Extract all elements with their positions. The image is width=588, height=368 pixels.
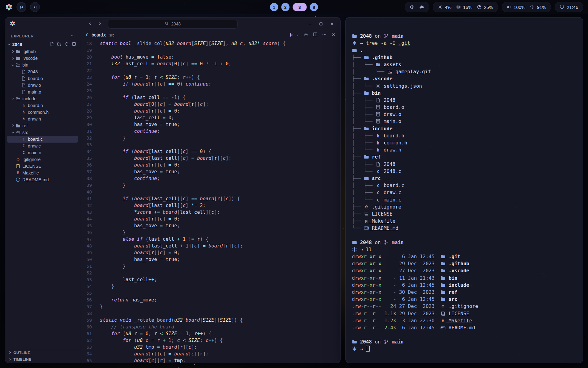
explorer-item-draw.h[interactable]: hdraw.h xyxy=(7,116,78,122)
project-root-item[interactable]: 2048 xyxy=(5,41,80,48)
book-icon xyxy=(364,211,369,217)
explorer-item-Makefile[interactable]: MMakefile xyxy=(7,170,78,176)
run-dropdown-icon[interactable] xyxy=(298,32,299,38)
explorer-item-bin[interactable]: bin xyxy=(7,62,78,68)
chevright-icon xyxy=(11,123,15,128)
run-button[interactable] xyxy=(289,33,294,37)
explorer-item-ref[interactable]: ref xyxy=(7,122,78,129)
chevdown-icon xyxy=(7,42,11,46)
refresh-explorer-button[interactable] xyxy=(64,42,69,47)
workspace-3[interactable]: 3 xyxy=(293,3,307,11)
media-next-button[interactable] xyxy=(30,2,40,12)
terminal-line: drwxr-xr-x - 30 Dec 2023 ref xyxy=(352,289,577,296)
terminal-line: ├── .gitignore xyxy=(352,203,577,210)
binary-icon xyxy=(375,119,381,124)
code-line: 64 board[r][c] = board[c][r]; xyxy=(80,351,340,357)
wifi-stat: 91% xyxy=(530,5,546,10)
command-center-search[interactable]: 2048 xyxy=(108,20,238,29)
explorer-item-README.md[interactable]: README.md xyxy=(7,176,78,183)
settings-gear-icon[interactable] xyxy=(303,32,308,38)
close-editor-button[interactable] xyxy=(331,32,336,38)
project-root-label: 2048 xyxy=(12,42,22,47)
explorer-item-include[interactable]: include xyxy=(7,95,78,102)
branch-icon xyxy=(384,339,389,344)
git-icon xyxy=(440,304,446,309)
maximize-button[interactable] xyxy=(317,20,325,28)
split-editor-button[interactable] xyxy=(313,32,318,38)
gauge-icon xyxy=(477,5,482,10)
code-line: 48 board[last_cell + 1][c] = board[r][c]… xyxy=(80,243,340,249)
workspace-8[interactable]: 8 xyxy=(310,3,318,11)
cfile-icon: C xyxy=(375,168,381,175)
nav-back-button[interactable] xyxy=(88,21,92,27)
newfile-icon xyxy=(50,42,54,46)
vscode-titlebar[interactable]: 2048 xyxy=(5,17,340,30)
cfile-icon: C xyxy=(375,182,381,190)
chevright-icon xyxy=(8,357,12,361)
line-number: 36 xyxy=(80,162,92,168)
explorer-item-draw.c[interactable]: Cdraw.c xyxy=(7,143,78,149)
explorer-item-common.h[interactable]: hcommon.h xyxy=(7,109,78,116)
terminal-line xyxy=(352,232,577,239)
launcher-flake-icon[interactable] xyxy=(5,3,13,11)
chevright-icon xyxy=(11,56,15,61)
explorer-item-board.c[interactable]: Cboard.c xyxy=(7,136,78,143)
workspace-1[interactable]: 1 xyxy=(270,3,278,11)
workspace-2[interactable]: 2 xyxy=(281,3,290,11)
medianext-icon xyxy=(33,5,37,10)
timeline-section[interactable]: TIMELINE xyxy=(5,356,80,363)
close-button[interactable] xyxy=(328,20,336,28)
explorer-item-2048[interactable]: 2048 xyxy=(7,68,78,75)
make-icon: M xyxy=(16,171,21,175)
outline-section[interactable]: OUTLINE xyxy=(5,349,80,356)
file-icon xyxy=(21,76,26,81)
new-folder-button[interactable] xyxy=(57,42,62,47)
search-value: 2048 xyxy=(171,21,181,26)
more-actions-button[interactable] xyxy=(322,32,327,38)
explorer-item-.gitignore[interactable]: .gitignore xyxy=(7,156,78,163)
chevdown-icon xyxy=(11,63,15,67)
folderopen-icon xyxy=(16,96,21,101)
image-icon xyxy=(387,69,393,74)
line-number: 20 xyxy=(80,54,92,60)
line-number: 51 xyxy=(80,263,92,270)
terminal-line: ├── M Makefile xyxy=(352,217,577,224)
terminal-line: ├── bin xyxy=(352,90,577,97)
folder-icon xyxy=(440,282,446,288)
audio-network-widget[interactable]: 100%91% xyxy=(502,2,551,12)
explorer-item-LICENSE[interactable]: LICENSE xyxy=(7,163,78,170)
minimize-button[interactable] xyxy=(306,20,314,28)
nav-forward-button[interactable] xyxy=(97,21,102,27)
terminal-window[interactable]: 2048 on main → tree -a -I .git .├── .git… xyxy=(345,17,583,363)
code-line: 51 } xyxy=(80,263,340,270)
ellipsis-icon xyxy=(70,33,75,38)
terminal-line: drwxr-xr-x - 6 Jan 12:45 src xyxy=(352,296,577,303)
terminal-line: ├── src xyxy=(352,175,577,182)
idle-weather-widget[interactable] xyxy=(405,2,429,12)
code-editor[interactable]: 18static bool _slide_col(u32 board[SIZE]… xyxy=(80,40,340,363)
line-number: 41 xyxy=(80,195,92,202)
editor-tab-board-c[interactable]: C board.c src xyxy=(85,33,115,37)
code-line: 61 for (u8 r = 0; r < SIZE - 1; r++) { xyxy=(80,330,340,337)
explorer-item-src[interactable]: src xyxy=(7,129,78,136)
explorer-item-.vscode[interactable]: .vscode xyxy=(7,55,78,62)
explorer-item-draw.o[interactable]: draw.o xyxy=(7,82,78,89)
arrowright-icon xyxy=(97,21,102,26)
folder-icon xyxy=(352,240,357,245)
explorer-more-icon[interactable] xyxy=(70,33,75,39)
explorer-item-main.c[interactable]: Cmain.c xyxy=(7,149,78,156)
explorer-item-.github[interactable]: .github xyxy=(7,48,78,55)
terminal-line: ├── .vscode xyxy=(352,75,577,82)
explorer-item-main.o[interactable]: main.o xyxy=(7,89,78,95)
terminal-line: │ └── C 2048.c xyxy=(352,168,577,175)
code-line: 41 if (board[last_cell][c] == board[r][c… xyxy=(80,195,340,202)
media-previous-button[interactable] xyxy=(17,2,26,12)
explorer-item-board.h[interactable]: hboard.h xyxy=(7,102,78,109)
code-line: 44 board[r][c] = 0; xyxy=(80,216,340,222)
workspace-switcher: 1238 xyxy=(270,3,318,11)
terminal-line: │ └── settings.json xyxy=(352,82,577,90)
explorer-item-board.o[interactable]: board.o xyxy=(7,75,78,82)
terminal-line: │ └── main.o xyxy=(352,118,577,125)
new-file-button[interactable] xyxy=(50,42,54,47)
collapse-folders-button[interactable] xyxy=(72,42,76,47)
